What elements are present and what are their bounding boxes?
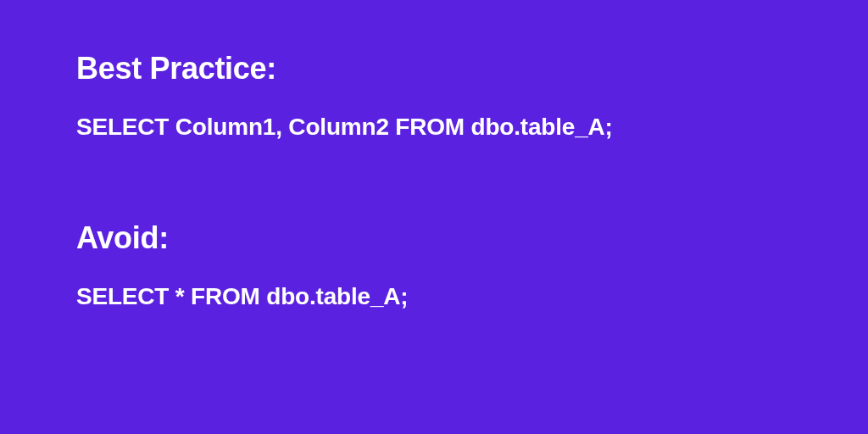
- section-divider: [76, 141, 792, 220]
- avoid-section: Avoid: SELECT * FROM dbo.table_A;: [76, 220, 792, 310]
- best-practice-section: Best Practice: SELECT Column1, Column2 F…: [76, 51, 792, 141]
- best-practice-code: SELECT Column1, Column2 FROM dbo.table_A…: [76, 114, 792, 141]
- avoid-code: SELECT * FROM dbo.table_A;: [76, 283, 792, 310]
- best-practice-heading: Best Practice:: [76, 51, 792, 86]
- avoid-heading: Avoid:: [76, 220, 792, 256]
